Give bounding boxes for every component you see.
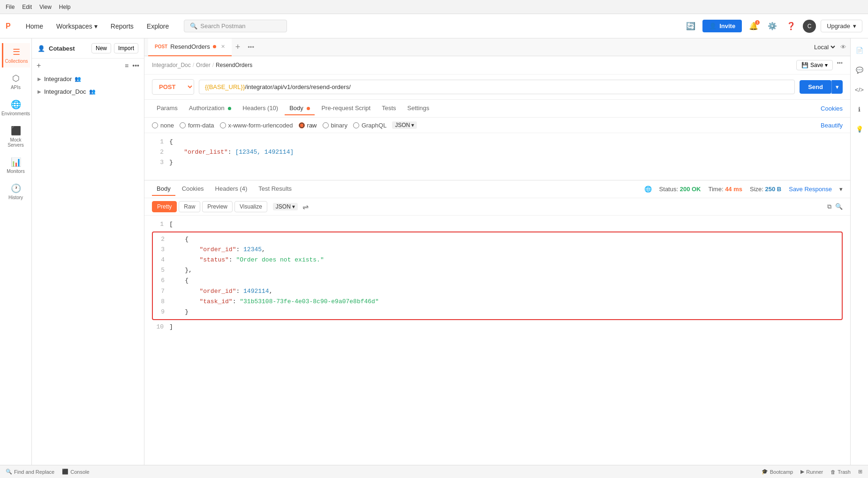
resp-tab-test-results[interactable]: Test Results [254,182,296,196]
req-tab-body[interactable]: Body [285,102,315,115]
import-button[interactable]: Import [114,43,138,53]
comments-icon-btn[interactable]: 💬 [853,63,867,77]
more-options-icon[interactable]: ••• [132,62,139,69]
collection-item-integrador[interactable]: ▶ Integrador 👥 [32,73,144,85]
lightbulb-icon-btn[interactable]: 💡 [853,122,867,136]
sidebar-item-monitors[interactable]: 📊 Monitors [2,153,30,178]
environment-select[interactable]: Local [812,43,837,51]
body-type-raw[interactable]: raw [299,122,317,129]
response-time: 44 ms [725,186,742,193]
layout-icon-btn[interactable]: ⊞ [858,469,862,475]
body-type-urlencoded[interactable]: x-www-form-urlencoded [220,122,293,129]
more-options-icon[interactable]: ••• [837,60,843,70]
docs-icon: 📄 [856,47,863,54]
code-icon-btn[interactable]: </> [853,82,867,97]
console-item[interactable]: ⬛ Console [62,469,89,475]
search-bar[interactable]: 🔍 Search Postman [184,20,287,32]
invite-button[interactable]: 👤 Invite [702,20,742,32]
search-icon[interactable]: 🔍 [835,203,843,210]
body-type-graphql[interactable]: GraphQL [353,122,386,129]
eye-icon[interactable]: 👁 [840,44,846,51]
request-body-editor[interactable]: 1 { 2 "order_list": [12345, 1492114] 3 } [144,133,850,180]
nav-home[interactable]: Home [20,20,49,33]
beautify-link[interactable]: Beautify [821,122,843,129]
format-pretty-button[interactable]: Pretty [152,201,177,212]
nav-reports[interactable]: Reports [105,20,139,33]
cookies-link[interactable]: Cookies [821,105,843,112]
sync-icon-btn[interactable]: 🔄 [684,19,698,33]
breadcrumb-part-1[interactable]: Integrador_Doc [152,62,191,68]
request-tab-resendorders[interactable]: POST ResendOrders ✕ [148,38,232,56]
req-tab-authorization[interactable]: Authorization [184,102,236,115]
status-bar: 🔍 Find and Replace ⬛ Console 🎓 Bootcamp … [0,465,868,478]
menu-edit[interactable]: Edit [22,4,32,10]
sidebar-item-collections[interactable]: ☰ Collections [2,43,30,67]
req-tab-tests[interactable]: Tests [377,102,400,115]
method-badge: POST [155,44,167,49]
send-dropdown-button[interactable]: ▾ [831,80,843,94]
sidebar-item-environments[interactable]: 🌐 Environments [2,96,30,120]
collection-item-integrador-doc[interactable]: ▶ Integrador_Doc 👥 [32,85,144,98]
req-tab-settings[interactable]: Settings [403,102,434,115]
format-raw-button[interactable]: Raw [179,201,200,212]
find-replace-item[interactable]: 🔍 Find and Replace [6,469,54,475]
close-tab-icon[interactable]: ✕ [221,44,225,50]
body-type-binary[interactable]: binary [323,122,347,129]
workspace-icon: 👤 [38,45,45,52]
new-button[interactable]: New [91,43,111,53]
docs-icon-btn[interactable]: 📄 [853,43,867,57]
save-response-button[interactable]: Save Response [789,186,832,193]
sidebar-item-apis[interactable]: ⬡ APIs [2,69,30,94]
send-button[interactable]: Send [800,80,831,94]
nav-workspaces[interactable]: Workspaces ▾ [51,20,103,33]
req-tab-params[interactable]: Params [152,102,182,115]
comments-icon: 💬 [856,67,863,74]
help-icon: ❓ [786,22,796,30]
environments-icon: 🌐 [11,99,21,110]
filter-icon[interactable]: ≡ [125,62,128,69]
trash-item[interactable]: 🗑 Trash [830,469,851,475]
new-tab-button[interactable]: + [232,42,244,52]
save-response-chevron-icon[interactable]: ▾ [839,186,843,193]
upgrade-button[interactable]: Upgrade ▾ [821,20,862,32]
req-tab-pre-request[interactable]: Pre-request Script [317,102,375,115]
url-input[interactable]: {{BASE_URL}} /integrator/api/v1/orders/r… [199,80,795,94]
menu-help[interactable]: Help [59,4,71,10]
settings-btn[interactable]: ⚙️ [765,19,779,33]
nav-explore[interactable]: Explore [141,20,174,33]
save-icon: 💾 [801,62,808,68]
format-visualize-button[interactable]: Visualize [234,201,267,212]
copy-icon[interactable]: ⧉ [827,203,831,210]
add-collection-icon[interactable]: + [37,61,41,70]
resp-tab-headers[interactable]: Headers (4) [211,182,252,196]
response-format-select[interactable]: JSON ▾ [273,203,298,210]
chevron-down-icon: ▾ [94,22,98,30]
menu-view[interactable]: View [39,4,52,10]
sidebar-item-history[interactable]: 🕐 History [2,179,30,204]
bootcamp-item[interactable]: 🎓 Bootcamp [762,469,793,475]
format-preview-button[interactable]: Preview [202,201,233,212]
body-type-none[interactable]: none [152,122,174,129]
tab-more-button[interactable]: ••• [244,44,258,51]
sidebar-item-mock-servers[interactable]: ⬛ Mock Servers [2,122,30,151]
menu-bar: File Edit View Help [0,0,868,14]
help-btn[interactable]: ❓ [784,19,798,33]
req-tab-headers[interactable]: Headers (10) [238,102,283,115]
json-format-select[interactable]: JSON ▾ [392,121,417,129]
sidebar-item-label-mock-servers: Mock Servers [4,137,28,148]
notification-btn[interactable]: 🔔 1 [747,19,761,33]
panel-toolbar: + ≡ ••• [32,59,144,73]
menu-file[interactable]: File [6,4,15,10]
code-line: 5 }, [153,265,842,276]
url-base: {{BASE_URL}} [205,83,245,90]
avatar[interactable]: C [803,20,816,33]
info-icon-btn[interactable]: ℹ [853,102,867,116]
save-button[interactable]: 💾 Save ▾ [796,60,833,70]
body-type-form-data[interactable]: form-data [180,122,214,129]
filter-icon[interactable]: ⇌ [302,202,309,211]
resp-tab-cookies[interactable]: Cookies [177,182,209,196]
breadcrumb-part-2[interactable]: Order [196,62,211,68]
resp-tab-body[interactable]: Body [152,182,175,196]
runner-item[interactable]: ▶ Runner [800,469,823,475]
method-select[interactable]: POST [152,79,194,95]
